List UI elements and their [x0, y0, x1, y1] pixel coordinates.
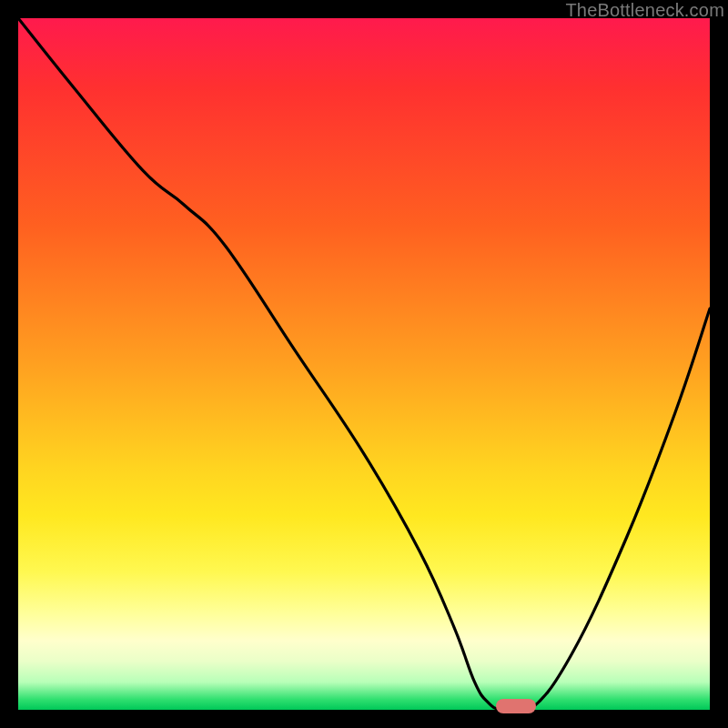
chart-area [18, 18, 710, 710]
curve-overlay [18, 18, 710, 710]
watermark-text: TheBottleneck.com [565, 0, 724, 21]
bottleneck-curve [18, 18, 710, 710]
optimal-marker [496, 699, 536, 713]
